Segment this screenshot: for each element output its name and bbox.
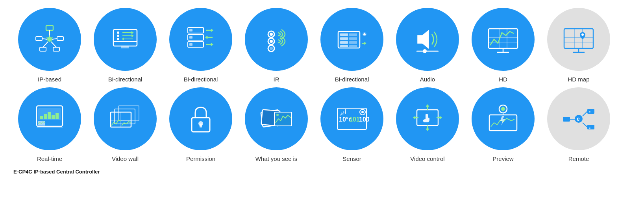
svg-line-117	[583, 123, 587, 127]
svg-point-98	[361, 111, 364, 113]
circle-sensor: P M 2.5 10°c 101 100	[320, 87, 383, 150]
svg-line-9	[43, 42, 48, 47]
svg-point-89	[276, 114, 279, 116]
svg-rect-39	[340, 37, 348, 40]
svg-point-106	[501, 107, 505, 111]
svg-rect-37	[340, 33, 348, 36]
circle-wysiwyg	[245, 87, 308, 150]
icon-item-real-time: Real-time	[12, 87, 87, 163]
svg-rect-120	[589, 127, 590, 127]
main-container: IP-based	[0, 0, 644, 179]
svg-rect-74	[56, 113, 59, 119]
svg-rect-114	[587, 109, 594, 114]
icons-grid: IP-based	[12, 8, 632, 166]
label-hd: HD	[499, 76, 507, 83]
icon-item-hd: HD	[465, 8, 541, 83]
svg-rect-38	[349, 33, 357, 36]
network-icon	[32, 22, 67, 57]
hd-screen-icon	[485, 22, 521, 57]
svg-rect-25	[189, 36, 192, 39]
circle-bi-directional-3	[320, 8, 383, 71]
svg-rect-72	[48, 112, 51, 119]
circle-permission	[169, 87, 232, 150]
circle-ir	[245, 8, 308, 71]
icon-item-preview: Preview	[465, 87, 541, 163]
wysiwyg-icon	[259, 101, 294, 137]
svg-rect-12	[113, 30, 137, 46]
bidirectional-arrows-icon	[183, 22, 218, 57]
svg-text:2.5: 2.5	[343, 111, 346, 113]
svg-line-10	[51, 42, 56, 47]
label-audio: Audio	[420, 76, 435, 83]
circle-audio	[396, 8, 459, 71]
audio-speaker-icon	[410, 22, 445, 57]
label-permission: Permission	[186, 155, 215, 163]
label-bi-directional-1: Bi-directional	[108, 76, 142, 83]
svg-text:101: 101	[349, 116, 360, 123]
svg-rect-121	[589, 128, 590, 129]
svg-marker-49	[418, 30, 429, 48]
svg-rect-78	[118, 106, 139, 121]
svg-rect-43	[340, 45, 348, 47]
label-bi-directional-2: Bi-directional	[184, 76, 218, 83]
circle-bi-directional-2	[169, 8, 232, 71]
svg-rect-26	[189, 43, 192, 46]
label-real-time: Real-time	[37, 155, 62, 163]
label-hd-map: HD map	[568, 76, 589, 83]
circle-video-wall	[94, 87, 157, 150]
icon-item-bi-directional-3: Bi-directional	[314, 8, 390, 83]
label-video-control: Video control	[410, 155, 444, 163]
video-control-icon	[410, 101, 445, 137]
icon-item-audio: Audio	[390, 8, 465, 83]
circle-preview	[472, 87, 535, 150]
label-ir: IR	[274, 76, 279, 83]
remote-network-icon: e	[561, 101, 596, 137]
circle-ip-based	[18, 8, 81, 71]
svg-rect-85	[200, 124, 202, 127]
svg-text:100: 100	[359, 116, 370, 123]
svg-point-15	[117, 31, 119, 34]
svg-rect-44	[349, 45, 357, 47]
label-sensor: Sensor	[342, 155, 361, 163]
footer-text: E-CP4C IP-based Central Controller	[12, 169, 632, 175]
label-ip-based: IP-based	[38, 76, 61, 83]
icon-item-ir: IR	[239, 8, 314, 83]
svg-rect-2	[57, 37, 63, 41]
svg-rect-59	[564, 29, 593, 48]
svg-rect-71	[44, 114, 47, 119]
svg-point-34	[270, 40, 273, 43]
icon-item-ip-based: IP-based	[12, 8, 87, 83]
label-bi-directional-3: Bi-directional	[335, 76, 369, 83]
svg-rect-116	[587, 125, 594, 129]
svg-rect-42	[349, 41, 357, 44]
svg-rect-14	[121, 46, 129, 48]
label-wysiwyg: What you see is	[255, 155, 298, 163]
icon-item-remote: e Remote	[541, 87, 616, 163]
svg-line-7	[42, 39, 47, 39]
icon-item-sensor: P M 2.5 10°c 101 100 Sensor	[314, 87, 390, 163]
video-wall-icon	[107, 101, 143, 137]
svg-rect-0	[46, 26, 53, 30]
svg-rect-119	[589, 113, 590, 113]
circle-bi-directional-1	[94, 8, 157, 71]
circle-remote: e	[547, 87, 610, 150]
svg-rect-40	[349, 37, 357, 40]
svg-rect-52	[489, 29, 518, 48]
svg-rect-24	[189, 29, 192, 31]
icon-item-hd-map: HD map	[541, 8, 616, 83]
realtime-tablet-icon	[32, 101, 67, 137]
sensor-panel-icon: P M 2.5 10°c 101 100	[334, 101, 370, 137]
bidirectional-screen-icon	[107, 22, 143, 57]
svg-rect-41	[340, 41, 348, 44]
svg-point-16	[117, 35, 119, 37]
circle-video-control	[396, 87, 459, 150]
ir-signal-icon	[259, 22, 294, 57]
label-preview: Preview	[492, 155, 513, 163]
svg-rect-4	[53, 47, 59, 51]
svg-line-115	[583, 111, 587, 116]
svg-rect-73	[52, 115, 55, 119]
icon-item-video-control: Video control	[390, 87, 465, 163]
bidirectional-panel-icon	[334, 22, 370, 57]
svg-rect-112	[563, 117, 570, 122]
svg-point-33	[270, 33, 273, 36]
